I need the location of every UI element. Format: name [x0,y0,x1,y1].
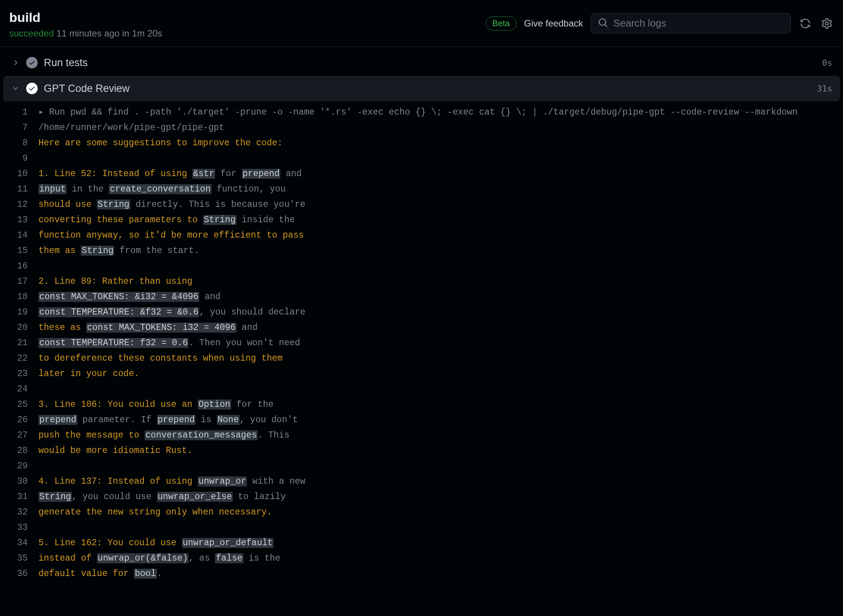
line-number: 35 [4,551,38,566]
line-number: 19 [4,305,38,320]
step-row[interactable]: GPT Code Review31s [3,76,840,102]
refresh-button[interactable] [798,17,812,30]
log-line: 32generate the new string only when nece… [4,504,839,520]
log-line: 36default value for bool. [4,566,839,581]
status-line: succeeded 11 minutes ago in 1m 20s [9,28,162,39]
log-token: . Then you won't need [188,338,300,348]
log-token: function anyway, so it'd be more efficie… [38,230,304,240]
log-line: 8Here are some suggestions to improve th… [4,135,839,151]
log-token: them as [38,246,81,256]
line-number: 30 [4,474,38,489]
log-lines: 1▸ Run pwd && find . -path './target' -p… [0,105,843,589]
log-token: parameter. If [77,415,157,425]
log-line: 27push the message to conversation_messa… [4,428,839,443]
line-number: 23 [4,366,38,381]
log-token: String [97,200,130,210]
log-token: generate the new string only when necess… [38,507,272,517]
log-token: to dereference these constants when usin… [38,353,283,363]
line-number: 31 [4,489,38,504]
log-token: const TEMPERATURE: &f32 = &0.6 [38,307,199,317]
log-token: in the [67,184,109,194]
log-token: /home/runner/work/pipe-gpt/pipe-gpt [38,123,224,133]
line-content: prepend parameter. If prepend is None, y… [38,412,839,428]
line-number: 33 [4,520,38,535]
line-number: 13 [4,212,38,228]
log-token: const TEMPERATURE: f32 = 0.6 [38,338,188,348]
line-number: 20 [4,320,38,335]
log-token: unwrap_or(&false) [97,553,189,563]
log-line: 7/home/runner/work/pipe-gpt/pipe-gpt [4,120,839,135]
line-number: 9 [4,151,38,166]
step-row[interactable]: Run tests0s [3,50,840,76]
line-content: const MAX_TOKENS: &i32 = &4096 and [38,289,839,305]
log-token: create_conversation [109,184,211,194]
log-line: 13converting these parameters to String … [4,212,839,228]
line-number: 29 [4,458,38,474]
check-icon [26,57,38,68]
log-token: to lazily [233,492,286,502]
log-token: with a new [247,476,305,486]
line-number: 8 [4,135,38,151]
line-content: later in your code. [38,366,839,381]
log-token: function, you [212,184,286,194]
line-number: 32 [4,504,38,520]
search-icon [598,18,608,29]
log-line: 31String, you could use unwrap_or_else t… [4,489,839,504]
log-token: , as [188,553,215,563]
log-token: these as [38,323,86,333]
line-number: 36 [4,566,38,581]
line-content: converting these parameters to String in… [38,212,839,228]
line-content: push the message to conversation_message… [38,428,839,443]
log-token: String [203,215,237,225]
log-token: 3. Line 106: You could use an [38,400,198,410]
line-number: 15 [4,243,38,258]
log-line: 20these as const MAX_TOKENS: i32 = 4096 … [4,320,839,335]
check-icon [26,83,38,94]
log-token: and [280,169,302,179]
chevron-down-icon [11,84,20,93]
line-content: instead of unwrap_or(&false), as false i… [38,551,839,566]
status-rest: 11 minutes ago in 1m 20s [54,28,162,38]
log-token: ▸ [38,107,49,117]
log-line: 15them as String from the start. [4,243,839,258]
log-token: 5. Line 162: You could use [38,538,182,548]
log-token: unwrap_or [198,476,247,486]
line-content: String, you could use unwrap_or_else to … [38,489,839,504]
log-token: would be more idiomatic Rust. [38,446,192,456]
log-token: bool [134,569,157,579]
log-line: 1▸ Run pwd && find . -path './target' -p… [4,105,839,120]
log-token: 4. Line 137: Instead of using [38,476,198,486]
search-input[interactable] [613,17,783,29]
log-token: Run pwd && find . -path './target' -prun… [49,107,798,117]
line-content: should use String directly. This is beca… [38,197,839,212]
line-content: Here are some suggestions to improve the… [38,135,839,151]
log-line: 29 [4,458,839,474]
log-token: converting these parameters to [38,215,203,225]
log-line: 35instead of unwrap_or(&false), as false… [4,551,839,566]
page-title: build [9,9,162,26]
log-token: is the [243,553,281,563]
log-token: &str [192,169,215,179]
line-number: 26 [4,412,38,428]
give-feedback-link[interactable]: Give feedback [524,18,583,29]
log-line: 16 [4,258,839,274]
log-line: 26prepend parameter. If prepend is None,… [4,412,839,428]
line-number: 27 [4,428,38,443]
log-token: , you don't [240,415,298,425]
header: build succeeded 11 minutes ago in 1m 20s… [0,0,843,47]
search-box[interactable] [591,13,791,33]
log-token: Option [198,400,231,410]
log-token: const MAX_TOKENS: &i32 = &4096 [38,292,199,302]
log-line: 21const TEMPERATURE: f32 = 0.6. Then you… [4,335,839,351]
log-line: 22to dereference these constants when us… [4,351,839,366]
line-number: 16 [4,258,38,274]
line-content: 1. Line 52: Instead of using &str for pr… [38,166,839,181]
log-token: const MAX_TOKENS: i32 = 4096 [86,323,236,333]
step-time: 0s [822,58,833,68]
line-number: 28 [4,443,38,458]
line-number: 18 [4,289,38,305]
log-token: unwrap_or_else [157,492,233,502]
settings-button[interactable] [820,17,834,30]
log-token: , you could use [72,492,157,502]
line-content: function anyway, so it'd be more efficie… [38,228,839,243]
